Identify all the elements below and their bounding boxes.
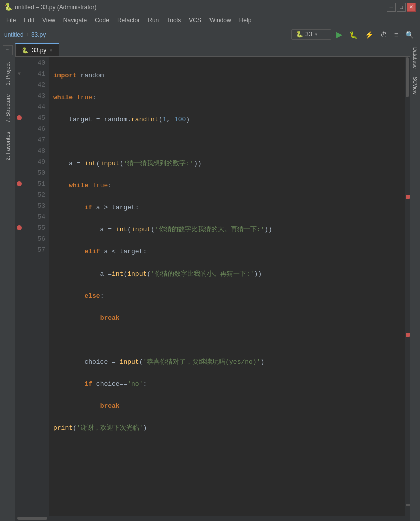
file-tab-33py[interactable]: 🐍 33.py × [15,43,59,56]
ln-53: 53 [23,202,49,210]
menu-code[interactable]: Code [91,16,113,25]
gutter-row-48: 48 [15,145,49,156]
code-line-50: else: [53,291,401,302]
debug-button[interactable]: 🐛 [347,30,360,40]
bp-56 [15,233,23,244]
h-scrollbar-thumb[interactable] [17,517,47,520]
project-sidebar-toggle[interactable]: ≡ [3,45,13,55]
breadcrumb-file[interactable]: 33.py [31,31,46,38]
menu-view[interactable]: View [38,16,59,25]
breakpoint-55 [17,225,22,230]
scroll-marker-2 [406,333,410,337]
search-button[interactable]: 🔍 [403,30,416,40]
close-button[interactable]: ✕ [407,3,416,12]
fold-arrow-41[interactable]: ▼ [18,71,21,77]
menu-help[interactable]: Help [235,16,256,25]
scrollbar-thumb[interactable] [406,57,409,97]
ln-45: 45 [23,114,49,122]
menu-window[interactable]: Window [205,16,235,25]
breakpoint-51 [17,181,22,186]
toolbar: untitled › 33.py 🐍 33 ▾ ▶ 🐛 ⚡ ⏱ ≡ 🔍 [0,26,420,43]
left-sidebar: ≡ 1: Project 7: Structure 2: Favorites [0,43,15,521]
right-sidebar: Database SCView [410,43,420,521]
ln-42: 42 [23,81,49,89]
run-config-dropdown[interactable]: 🐍 33 ▾ [291,29,331,40]
more-button[interactable]: ≡ [392,30,400,40]
horizontal-scrollbar[interactable] [15,516,410,521]
gutter-row-52: 52 [15,189,49,200]
menu-vcs[interactable]: VCS [185,16,205,25]
gutter-row-51: 51 [15,178,49,189]
ln-50: 50 [23,169,49,177]
bp-41: ▼ [15,68,23,79]
code-line-45: while True: [53,180,401,191]
bp-51[interactable] [15,178,23,189]
ln-40: 40 [23,59,49,67]
ln-56: 56 [23,235,49,243]
menu-navigate[interactable]: Navigate [59,16,91,25]
ln-57: 57 [23,246,49,254]
bp-53 [15,200,23,211]
ln-52: 52 [23,191,49,199]
window-controls: ─ □ ✕ [387,3,416,12]
gutter-row-56: 56 [15,233,49,244]
bp-50 [15,167,23,178]
ln-47: 47 [23,136,49,144]
editor-scrollbar[interactable] [405,57,410,516]
bp-43 [15,90,23,101]
run-button[interactable]: ▶ [334,29,344,40]
code-line-46: if a > target: [53,202,401,213]
code-line-42: target = random.randint(1, 100) [53,114,401,125]
gutter-row-55: 55 [15,222,49,233]
coverage-button[interactable]: ⚡ [363,30,375,40]
gutter-row-50: 50 [15,167,49,178]
gutter: 40 ▼ 41 42 43 44 [15,57,49,516]
sidebar-item-favorites[interactable]: 2: Favorites [3,128,13,164]
gutter-row-53: 53 [15,200,49,211]
code-line-52 [53,335,401,346]
code-line-48: elif a < target: [53,246,401,257]
menu-run[interactable]: Run [144,16,163,25]
bp-42 [15,79,23,90]
code-line-41: while True: [53,92,401,103]
code-line-56: print('谢谢，欢迎下次光临') [53,423,401,434]
menu-tools[interactable]: Tools [163,16,185,25]
run-circle-icon: 🐍 [296,31,303,38]
code-line-47: a = int(input('你猜的数字比我猜的大。再猜一下:')) [53,224,401,235]
ln-44: 44 [23,103,49,111]
menu-refactor[interactable]: Refactor [113,16,144,25]
app-icon: 🐍 [4,3,13,11]
code-line-49: a =int(input('你猜的数字比我的小。再猜一下:')) [53,269,401,280]
gutter-row-41: ▼ 41 [15,68,49,79]
ln-51: 51 [23,180,49,188]
ln-46: 46 [23,125,49,133]
code-line-40: import random [53,70,401,81]
gutter-row-46: 46 [15,123,49,134]
code-editor[interactable]: 40 ▼ 41 42 43 44 [15,57,410,516]
sidebar-item-structure[interactable]: 7: Structure [3,90,13,127]
ln-54: 54 [23,213,49,221]
scroll-marker-3 [406,504,410,506]
gutter-row-43: 43 [15,90,49,101]
bp-55[interactable] [15,222,23,233]
gutter-row-49: 49 [15,156,49,167]
right-tab-scview[interactable]: SCView [411,73,419,98]
bp-52 [15,189,23,200]
code-line-55: break [53,401,401,412]
profile-button[interactable]: ⏱ [378,30,389,40]
file-tab-name: 33.py [32,47,46,54]
main-area: ≡ 1: Project 7: Structure 2: Favorites 🐍… [0,43,420,521]
file-tab-close-icon[interactable]: × [49,47,52,53]
menu-edit[interactable]: Edit [20,16,38,25]
code-content[interactable]: import random while True: target = rando… [49,57,405,516]
code-line-53: choice = input('恭喜你猜对了，要继续玩吗(yes/no)') [53,357,401,368]
menu-file[interactable]: File [2,16,20,25]
ln-55: 55 [23,224,49,232]
maximize-button[interactable]: □ [397,3,406,12]
sidebar-item-project[interactable]: 1: Project [3,58,13,89]
right-tab-database[interactable]: Database [411,43,419,73]
bp-45[interactable] [15,112,23,123]
breadcrumb-untitled[interactable]: untitled [4,31,24,38]
bp-57 [15,244,23,255]
minimize-button[interactable]: ─ [387,3,396,12]
